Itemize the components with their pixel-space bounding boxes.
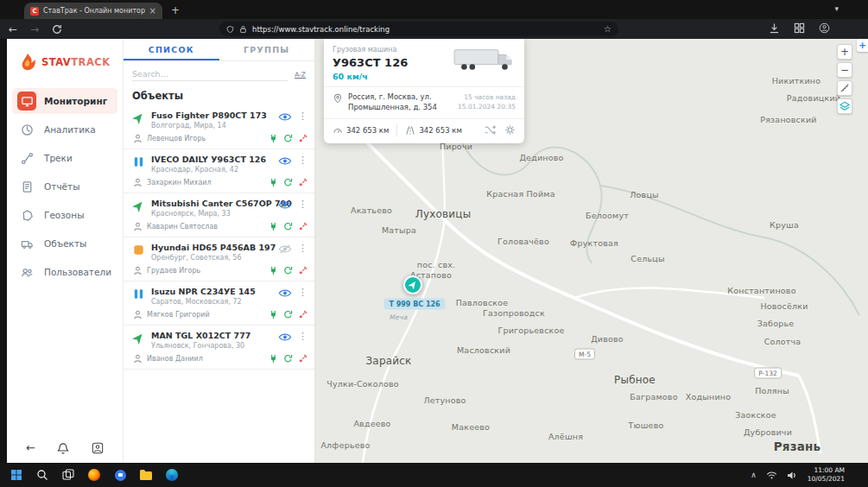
firefox-icon[interactable] bbox=[81, 463, 107, 487]
more-menu-icon[interactable]: ⋮ bbox=[298, 243, 307, 254]
satellite-icon[interactable] bbox=[298, 310, 307, 319]
vehicle-name: IVECO DAILY У963СТ 126 bbox=[151, 155, 272, 164]
vehicle-list: Fuso Fighter Р890СТ 173 Волгоград, Мира,… bbox=[124, 105, 314, 463]
map-add-button[interactable]: + bbox=[857, 39, 868, 52]
vehicle-card[interactable]: Mitsubishi Canter С567ОР 790 Красноярск,… bbox=[124, 193, 314, 237]
satellite-icon[interactable] bbox=[298, 178, 307, 187]
vehicle-card[interactable]: Fuso Fighter Р890СТ 173 Волгоград, Мира,… bbox=[124, 105, 314, 149]
tab-groups[interactable]: ГРУППЫ bbox=[219, 39, 315, 60]
satellite-icon[interactable] bbox=[298, 222, 307, 231]
visibility-eye-icon[interactable] bbox=[278, 200, 292, 210]
visibility-eye-icon[interactable] bbox=[278, 156, 292, 166]
address-bar[interactable]: https://www.stavtrack.online/tracking ☆ bbox=[219, 22, 618, 36]
search-input[interactable] bbox=[132, 67, 288, 81]
location-pin-icon bbox=[333, 93, 343, 104]
search-row: A-Z bbox=[124, 61, 314, 85]
vehicle-card[interactable]: MAN TGL Х012СТ 777 Ульяновск, Гончарова,… bbox=[124, 326, 314, 370]
chevron-down-icon[interactable]: ▾ bbox=[834, 4, 839, 13]
chat-app-icon[interactable] bbox=[107, 463, 133, 487]
account-icon[interactable] bbox=[92, 442, 104, 454]
layers-button[interactable] bbox=[837, 98, 852, 114]
sidebar-item-tracks[interactable]: Треки bbox=[12, 145, 117, 171]
more-menu-icon[interactable]: ⋮ bbox=[298, 111, 307, 122]
zoom-in-button[interactable]: + bbox=[837, 44, 852, 60]
vehicle-card[interactable]: Isuzu NPR С234УЕ 145 Саратов, Московская… bbox=[124, 281, 314, 326]
more-menu-icon[interactable]: ⋮ bbox=[298, 331, 307, 342]
bell-icon[interactable] bbox=[57, 442, 69, 454]
browser-tab[interactable]: С СтавТрак - Онлайн мониторг... × bbox=[24, 3, 162, 19]
wifi-icon[interactable] bbox=[766, 471, 777, 480]
tab-close-icon[interactable]: × bbox=[149, 6, 156, 16]
more-menu-icon[interactable]: ⋮ bbox=[298, 199, 307, 210]
power-plug-icon[interactable] bbox=[269, 354, 278, 364]
visibility-eye-icon[interactable] bbox=[278, 112, 292, 122]
ignition-icon[interactable] bbox=[283, 310, 293, 319]
visibility-eye-icon[interactable] bbox=[278, 288, 292, 298]
url-text[interactable]: https://www.stavtrack.online/tracking bbox=[252, 25, 599, 34]
sidebar-item-geozones[interactable]: Геозоны bbox=[12, 202, 117, 228]
collapse-back-icon[interactable]: ← bbox=[26, 441, 35, 454]
zoom-out-button[interactable]: − bbox=[837, 62, 852, 78]
more-menu-icon[interactable]: ⋮ bbox=[298, 155, 307, 166]
map-label: Сельцы bbox=[630, 254, 664, 263]
taskbar-clock[interactable]: 11:00 AM 10/05/2021 bbox=[808, 466, 845, 484]
shield-icon bbox=[226, 25, 234, 34]
satellite-icon[interactable] bbox=[298, 134, 307, 143]
tab-list[interactable]: СПИСОК bbox=[124, 39, 219, 60]
back-icon[interactable]: ← bbox=[9, 24, 17, 35]
map-label: Чулки-Соколово bbox=[326, 379, 399, 389]
vehicle-card[interactable]: Hyundai HD65 Р456АВ 197 Оренбург, Советс… bbox=[124, 237, 314, 281]
ignition-icon[interactable] bbox=[283, 354, 293, 364]
vehicle-map-marker[interactable] bbox=[403, 275, 422, 294]
map-label: Радовицкий bbox=[787, 93, 840, 103]
measure-ruler-button[interactable] bbox=[837, 80, 852, 96]
vehicle-card[interactable]: IVECO DAILY У963СТ 126 Краснодар, Красна… bbox=[124, 149, 314, 193]
more-menu-icon[interactable]: ⋮ bbox=[298, 287, 307, 298]
task-view-icon[interactable] bbox=[55, 463, 81, 487]
reload-icon[interactable] bbox=[52, 24, 62, 35]
tab-title: СтавТрак - Онлайн мониторг... bbox=[43, 7, 145, 15]
sidebar-item-analytics[interactable]: Аналитика bbox=[12, 117, 117, 142]
gear-icon[interactable] bbox=[504, 124, 516, 136]
ignition-icon[interactable] bbox=[283, 222, 293, 231]
visibility-eye-icon[interactable] bbox=[278, 332, 292, 342]
visibility-eye-icon[interactable] bbox=[278, 244, 292, 254]
satellite-icon[interactable] bbox=[298, 354, 307, 364]
power-plug-icon[interactable] bbox=[269, 178, 278, 187]
power-plug-icon[interactable] bbox=[269, 266, 278, 275]
sidebar-item-reports[interactable]: Отчёты bbox=[12, 174, 117, 199]
truck-photo bbox=[452, 46, 516, 73]
power-plug-icon[interactable] bbox=[269, 310, 278, 319]
forward-icon[interactable]: → bbox=[30, 24, 39, 35]
ignition-icon[interactable] bbox=[283, 178, 293, 187]
app-logo[interactable]: STAVTRACK bbox=[7, 39, 123, 85]
extensions-icon[interactable] bbox=[794, 22, 805, 34]
volume-icon[interactable] bbox=[787, 471, 798, 480]
sort-az-button[interactable]: A-Z bbox=[295, 71, 306, 81]
road-badge: М-5 bbox=[574, 349, 595, 360]
tab-favicon: С bbox=[30, 7, 39, 16]
marker-plate-label[interactable]: Т 999 ВС 126 bbox=[383, 299, 445, 310]
map-label: Масловский bbox=[457, 345, 510, 355]
sidebar-item-objects[interactable]: Объекты bbox=[12, 231, 117, 256]
ignition-icon[interactable] bbox=[283, 134, 293, 143]
bookmark-star-icon[interactable]: ☆ bbox=[604, 24, 611, 34]
ignition-icon[interactable] bbox=[283, 266, 293, 275]
power-plug-icon[interactable] bbox=[269, 222, 278, 231]
satellite-icon[interactable] bbox=[298, 266, 307, 275]
profile-icon[interactable] bbox=[819, 22, 830, 34]
power-plug-icon[interactable] bbox=[269, 134, 278, 143]
sidebar-item-monitoring[interactable]: Мониторинг bbox=[12, 88, 117, 114]
map[interactable]: Никиткино Радовицкий Рязановский Сергиев… bbox=[315, 39, 868, 463]
tray-chevron-up-icon[interactable]: ∧ bbox=[751, 471, 757, 479]
new-tab-button[interactable]: + bbox=[171, 5, 180, 16]
download-icon[interactable] bbox=[769, 22, 780, 34]
edge-browser-icon[interactable] bbox=[159, 463, 185, 487]
map-label: Григорьевское bbox=[497, 326, 564, 335]
build-route-icon[interactable] bbox=[485, 124, 496, 136]
map-label: Головачёво bbox=[497, 237, 549, 246]
taskbar-search-icon[interactable] bbox=[29, 463, 55, 487]
file-explorer-icon[interactable] bbox=[133, 463, 159, 487]
start-button[interactable] bbox=[3, 463, 29, 487]
sidebar-item-users[interactable]: Пользователи bbox=[12, 259, 117, 285]
